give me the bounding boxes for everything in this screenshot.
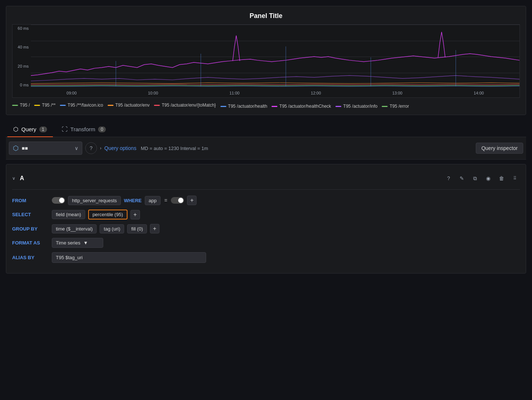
tab-transform-badge: 0 [98,126,106,132]
select-percentile[interactable]: percentile (95) [88,210,127,219]
group-by-label: GROUP BY [12,226,49,232]
legend-color-8 [382,106,388,107]
format-as-value: Time series [56,240,80,246]
legend-color-7 [335,106,341,107]
delete-icon[interactable]: 🗑 [496,173,507,183]
format-as-label: FORMAT AS [12,240,49,246]
query-actions: ? ✎ ⧉ ◉ 🗑 ⠿ [443,173,520,183]
legend-label-0: T95 / [20,103,30,108]
collapse-button[interactable]: ∨ [12,176,15,181]
query-letter: A [20,175,439,182]
query-help-icon[interactable]: ? [443,173,454,183]
from-toggle[interactable] [52,197,65,204]
query-builder: ∨ A ? ✎ ⧉ ◉ 🗑 ⠿ FROM http_server_request… [6,164,526,274]
x-label-0: 09:00 [66,91,77,95]
group-by-content: time ($__interval) tag (uri) fill (0) + [52,224,159,233]
legend-label-2: T95 /**/favicon.ico [68,103,103,108]
legend-item-7: T95 /actuator/info [335,104,377,109]
select-row: SELECT field (mean) percentile (95) + [12,210,520,219]
from-add-button[interactable]: + [187,196,197,205]
select-content: field (mean) percentile (95) + [52,210,140,219]
legend-color-3 [108,105,114,106]
where-label: WHERE [124,198,141,203]
x-label-2: 11:00 [229,91,240,95]
legend-item-0: T95 / [12,101,30,109]
query-inspector-button[interactable]: Query inspector [476,143,523,154]
group-by-row: GROUP BY time ($__interval) tag (uri) fi… [12,224,520,233]
legend-item-5: T95 /actuator/health [220,104,267,109]
legend-color-5 [220,106,226,107]
tab-query-label: Query [21,126,36,132]
group-by-time[interactable]: time ($__interval) [52,224,97,233]
panel-chart: Panel Title 60 ms 40 ms 20 ms 0 ms [6,6,526,115]
chart-svg [31,25,520,89]
y-label-60: 60 ms [12,26,29,31]
from-content: http_server_requests WHERE app = + [52,196,197,205]
from-value-toggle[interactable] [171,197,184,204]
tab-query[interactable]: ⬡ Query 1 [7,121,53,137]
query-options-button[interactable]: Query options [104,145,136,151]
group-by-tag[interactable]: tag (uri) [100,224,124,233]
legend-item-4: T95 /actuator/env/{toMatch} [154,101,216,109]
chart-x-axis: 09:00 10:00 11:00 12:00 13:00 14:00 [31,89,520,97]
select-add-button[interactable]: + [130,210,140,219]
format-as-chevron: ▼ [83,240,88,246]
help-button[interactable]: ? [85,142,97,154]
x-label-3: 12:00 [311,91,321,95]
from-label: FROM [12,198,49,203]
edit-icon[interactable]: ✎ [457,173,467,183]
arrow-right-icon: › [100,146,101,151]
format-as-select[interactable]: Time series ▼ [52,238,103,248]
from-row: FROM http_server_requests WHERE app = + [12,196,520,205]
legend-color-6 [272,106,277,107]
query-inspector-label: Query inspector [481,145,518,151]
legend-area: T95 / T95 /** T95 /**/favicon.ico T95 /a… [12,101,520,109]
alias-by-row: ALIAS BY [12,252,520,263]
where-tag[interactable]: app [145,196,161,205]
datasource-polygon-icon: ⬡ [13,144,19,152]
legend-label-3: T95 /actuator/env [115,103,150,108]
transform-icon: ⛶ [62,126,68,133]
query-toolbar: ⬡ ■■ ∨ ? › Query options MD = auto = 123… [6,137,526,160]
legend-color-0 [12,105,18,106]
y-label-0: 0 ms [12,83,29,87]
query-options-info: MD = auto = 1230 Interval = 1m [141,146,208,151]
select-field[interactable]: field (mean) [52,210,85,219]
from-measurement[interactable]: http_server_requests [68,196,121,205]
help-icon: ? [90,145,93,151]
y-label-40: 40 ms [12,45,29,49]
chart-content [31,25,520,89]
legend-label-4: T95 /actuator/env/{toMatch} [162,103,216,108]
chart-area: 60 ms 40 ms 20 ms 0 ms [12,24,520,98]
y-label-20: 20 ms [12,64,29,68]
tab-query-badge: 1 [39,126,47,132]
group-by-add-button[interactable]: + [150,224,159,233]
query-header: ∨ A ? ✎ ⧉ ◉ 🗑 ⠿ [12,170,520,190]
datasource-select[interactable]: ⬡ ■■ ∨ [9,142,82,155]
legend-color-4 [154,105,160,106]
alias-by-content [52,252,206,263]
duplicate-icon[interactable]: ⧉ [470,173,480,183]
tabs-container: ⬡ Query 1 ⛶ Transform 0 [6,121,526,137]
legend-color-1 [34,105,40,106]
tab-transform[interactable]: ⛶ Transform 0 [56,122,112,137]
main-container: Panel Title 60 ms 40 ms 20 ms 0 ms [0,0,532,279]
legend-label-7: T95 /actuator/info [343,104,377,109]
legend-item-2: T95 /**/favicon.ico [60,101,103,109]
legend-item-8: T95 /error [382,104,409,109]
legend-item-1: T95 /** [34,101,55,109]
datasource-label: ■■ [22,145,72,151]
legend-item-3: T95 /actuator/env [108,101,150,109]
chart-y-axis: 60 ms 40 ms 20 ms 0 ms [12,25,31,89]
x-label-4: 13:00 [392,91,403,95]
alias-by-input[interactable] [52,252,206,263]
chevron-down-icon: ∨ [75,145,78,151]
drag-icon[interactable]: ⠿ [510,173,520,183]
format-as-row: FORMAT AS Time series ▼ [12,238,520,248]
group-by-fill[interactable]: fill (0) [127,224,147,233]
format-as-content: Time series ▼ [52,238,103,248]
visibility-icon[interactable]: ◉ [483,173,493,183]
query-options-label: Query options [104,145,136,151]
database-icon: ⬡ [13,126,18,133]
legend-label-6: T95 /actuator/healthCheck [279,104,331,109]
